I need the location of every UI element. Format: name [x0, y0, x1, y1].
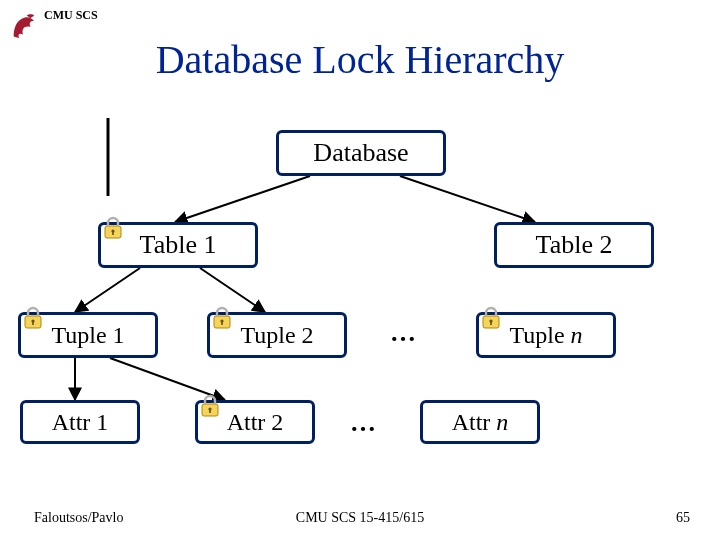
node-attr-1: Attr 1 [20, 400, 140, 444]
lock-icon [211, 306, 233, 330]
node-attr-n-label: Attr n [452, 409, 509, 436]
ellipsis-tuples: … [390, 318, 418, 348]
lock-icon [199, 394, 221, 418]
node-attr-1-label: Attr 1 [52, 409, 109, 436]
svg-line-2 [400, 176, 535, 222]
node-database-label: Database [313, 138, 408, 168]
lock-icon [480, 306, 502, 330]
node-tuple-1-label: Tuple 1 [51, 322, 124, 349]
node-table-2: Table 2 [494, 222, 654, 268]
node-table-2-label: Table 2 [536, 230, 613, 260]
slide-title: Database Lock Hierarchy [0, 36, 720, 83]
node-database: Database [276, 130, 446, 176]
node-attr-n: Attr n [420, 400, 540, 444]
lock-icon [22, 306, 44, 330]
svg-line-3 [75, 268, 140, 312]
svg-line-1 [175, 176, 310, 222]
footer-course: CMU SCS 15-415/615 [0, 510, 720, 526]
ellipsis-attrs: … [350, 408, 378, 438]
node-tuple-n-label: Tuple n [509, 322, 582, 349]
node-attr-2-label: Attr 2 [227, 409, 284, 436]
node-table-1-label: Table 1 [140, 230, 217, 260]
footer-page-number: 65 [676, 510, 690, 526]
lock-icon [102, 216, 124, 240]
node-tuple-2-label: Tuple 2 [240, 322, 313, 349]
header-org: CMU SCS [44, 8, 98, 23]
